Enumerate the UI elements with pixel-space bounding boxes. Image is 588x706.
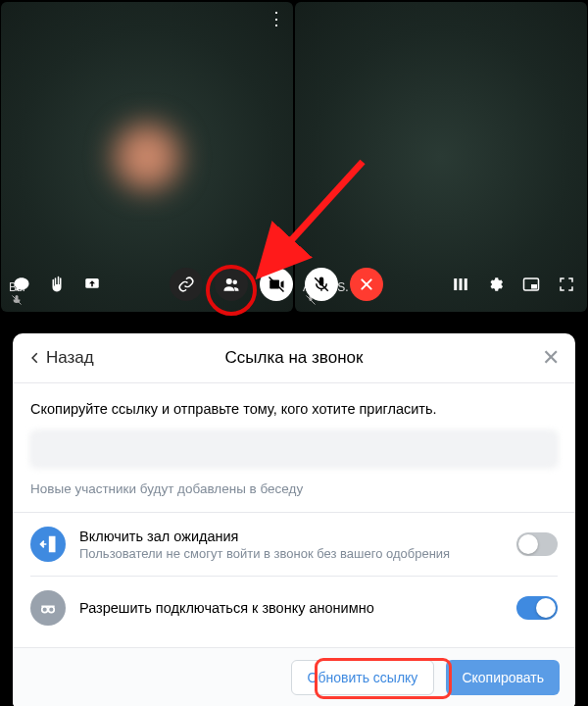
call-toolbar — [0, 261, 588, 308]
settings-icon[interactable] — [484, 273, 508, 296]
option-title: Включить зал ожидания — [79, 529, 503, 544]
link-button[interactable] — [170, 268, 203, 301]
dialog-header: Назад Ссылка на звонок ✕ — [13, 333, 575, 383]
chat-icon[interactable] — [10, 273, 33, 296]
mic-toggle-button[interactable] — [305, 268, 338, 301]
avatar-blur — [407, 123, 475, 191]
avatar-blur — [113, 123, 181, 191]
svg-point-4 — [233, 280, 238, 285]
refresh-link-button[interactable]: Обновить ссылку — [291, 660, 435, 695]
instruction-text: Скопируйте ссылку и отправьте тому, кого… — [30, 401, 558, 417]
back-label: Назад — [46, 348, 94, 368]
share-screen-icon[interactable] — [80, 273, 104, 296]
link-input[interactable] — [30, 430, 558, 468]
copy-button[interactable]: Скопировать — [446, 660, 560, 695]
option-waiting-room: Включить зал ожидания Пользователи не см… — [30, 513, 558, 577]
svg-rect-9 — [454, 278, 457, 290]
fullscreen-icon[interactable] — [555, 273, 578, 296]
share-link-dialog: Назад Ссылка на звонок ✕ Скопируйте ссыл… — [13, 333, 575, 706]
video-call-area: ⋮ Вы Artem S. — [0, 0, 588, 314]
svg-point-16 — [42, 607, 48, 613]
anonymous-icon — [30, 590, 66, 626]
pip-icon[interactable] — [519, 273, 543, 296]
camera-toggle-button[interactable] — [260, 268, 293, 301]
layout-icon[interactable] — [449, 273, 472, 296]
back-button[interactable]: Назад — [28, 348, 94, 368]
svg-point-17 — [48, 607, 54, 613]
waiting-room-icon — [30, 527, 66, 562]
anonymous-toggle[interactable] — [516, 596, 558, 620]
svg-point-3 — [226, 278, 232, 284]
svg-rect-14 — [531, 284, 537, 289]
option-subtitle: Пользователи не смогут войти в звонок бе… — [79, 546, 503, 561]
svg-rect-11 — [465, 278, 467, 290]
close-icon[interactable]: ✕ — [542, 347, 560, 369]
tile-more-icon[interactable]: ⋮ — [268, 10, 285, 27]
option-title: Разрешить подключаться к звонку анонимно — [79, 600, 503, 616]
dialog-footer: Обновить ссылку Скопировать — [13, 647, 575, 706]
waiting-room-toggle[interactable] — [516, 532, 558, 556]
button-label: Обновить ссылку — [308, 670, 418, 685]
end-call-button[interactable] — [350, 268, 383, 301]
svg-rect-10 — [460, 278, 463, 290]
dialog-title: Ссылка на звонок — [225, 348, 364, 368]
participants-button[interactable] — [215, 268, 248, 301]
button-label: Скопировать — [462, 670, 544, 685]
hint-text: Новые участники будут добавлены в беседу — [30, 481, 558, 496]
option-anonymous: Разрешить подключаться к звонку анонимно — [30, 577, 558, 639]
raise-hand-icon[interactable] — [45, 273, 69, 296]
chevron-left-icon — [28, 351, 42, 365]
